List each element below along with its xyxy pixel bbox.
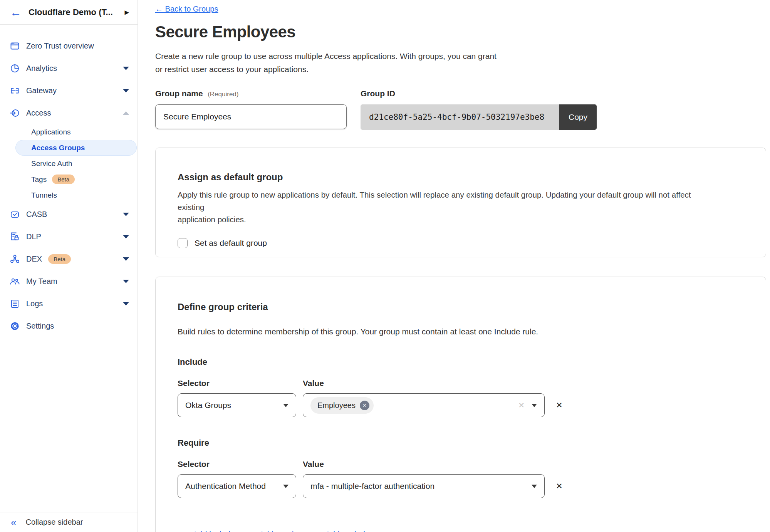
sidebar-item-label: Gateway (26, 86, 57, 95)
group-id-field-group: Group ID d21ce80f-5a25-4bcf-9b07-5032197… (361, 89, 597, 130)
criteria-card-title: Define group criteria (178, 302, 720, 312)
sidebar-subitem-access-groups[interactable]: Access Groups (15, 140, 137, 156)
require-selector-value: Authentication Method (185, 482, 266, 491)
beta-badge: Beta (48, 254, 71, 264)
main-content: ← Back to Groups Secure Employees Create… (138, 0, 770, 532)
add-include-link[interactable]: + Add include (186, 530, 235, 532)
chevron-down-icon (123, 89, 129, 92)
chevron-down-icon (123, 257, 129, 261)
group-name-input[interactable] (155, 104, 347, 129)
chevron-down-icon (283, 404, 289, 407)
require-heading: Require (178, 438, 720, 448)
network-nodes-icon (10, 254, 20, 264)
sidebar-item-access[interactable]: Access (0, 102, 138, 124)
required-hint: (Required) (208, 91, 238, 98)
chevron-down-icon (123, 235, 129, 238)
sidebar-item-logs[interactable]: Logs (0, 292, 138, 315)
sidebar-subitem-service-auth[interactable]: Service Auth (0, 156, 138, 171)
value-tag-label: Employees (317, 401, 356, 410)
require-selector-dropdown[interactable]: Authentication Method (178, 474, 296, 498)
group-name-field-group: Group name (Required) (155, 89, 347, 130)
value-tag-employees: Employees ✕ (310, 397, 374, 414)
sidebar-subitem-tags[interactable]: Tags Beta (0, 171, 138, 187)
default-group-checkbox-row: Set as default group (178, 238, 720, 248)
default-group-checkbox[interactable] (178, 238, 188, 248)
include-selector-value: Okta Groups (185, 401, 231, 410)
sidebar-item-label: CASB (26, 210, 47, 219)
sidebar-item-label: My Team (26, 277, 57, 286)
criteria-card-description: Build rules to determine membership of t… (178, 327, 720, 336)
collapse-sidebar-button[interactable]: « Collapse sidebar (0, 512, 138, 532)
chevron-up-icon (123, 111, 129, 115)
remove-require-rule-button[interactable]: ✕ (556, 482, 563, 491)
require-selector-label: Selector (178, 460, 303, 469)
sidebar-item-label: Settings (26, 322, 54, 331)
chevron-down-icon (123, 67, 129, 70)
pie-chart-icon (10, 63, 20, 74)
criteria-card: Define group criteria Build rules to det… (155, 277, 766, 532)
rule-actions-row: + Add include + Add require + Add exclud… (186, 530, 720, 532)
sidebar-item-label: Logs (26, 299, 43, 308)
chevron-down-icon (123, 302, 129, 305)
group-name-label: Group name (155, 89, 203, 98)
sidebar-subitem-applications[interactable]: Applications (0, 124, 138, 140)
sidebar-item-zero-trust-overview[interactable]: Zero Trust overview (0, 35, 138, 57)
sidebar-item-label: DEX (26, 255, 42, 263)
include-value-label: Value (303, 379, 324, 388)
include-labels-row: Selector Value (178, 379, 720, 388)
group-id-label: Group ID (361, 89, 597, 98)
require-value-text: mfa - multiple-factor authentication (310, 482, 434, 491)
sidebar-subitem-tunnels[interactable]: Tunnels (0, 187, 138, 203)
require-labels-row: Selector Value (178, 460, 720, 469)
sidebar-item-dlp[interactable]: DLP (0, 225, 138, 248)
sidebar-item-label: Analytics (26, 64, 57, 73)
sidebar-item-settings[interactable]: Settings (0, 315, 138, 337)
remove-include-rule-button[interactable]: ✕ (556, 401, 563, 410)
chevron-down-icon (123, 213, 129, 216)
add-require-link[interactable]: + Add require (253, 530, 301, 532)
page-title: Secure Employees (155, 23, 766, 41)
include-rule-row: Okta Groups Employees ✕ ✕ ✕ (178, 393, 720, 417)
default-group-card-description: Apply this rule group to new application… (178, 189, 720, 226)
sidebar-item-label: Service Auth (31, 159, 72, 168)
page-description: Create a new rule group to use across mu… (155, 50, 537, 76)
window-icon (10, 41, 20, 51)
collapse-chevrons-icon: « (11, 517, 16, 527)
sidebar-item-gateway[interactable]: Gateway (0, 79, 138, 102)
add-exclude-link[interactable]: + Add exclude (319, 530, 370, 532)
sidebar-item-label: Tunnels (31, 191, 57, 200)
gateway-icon (10, 86, 20, 96)
include-value-multiselect[interactable]: Employees ✕ ✕ (303, 393, 545, 417)
require-value-label: Value (303, 460, 324, 469)
access-login-icon (10, 108, 20, 118)
sidebar-item-casb[interactable]: CASB (0, 203, 138, 225)
tag-remove-icon[interactable]: ✕ (360, 401, 369, 410)
require-value-dropdown[interactable]: mfa - multiple-factor authentication (303, 474, 545, 498)
document-lock-icon (10, 232, 20, 242)
copy-button[interactable]: Copy (559, 104, 597, 130)
sidebar: ← Cloudflare Demo (T... ▶ Zero Trust ove… (0, 0, 138, 532)
casb-icon (10, 209, 20, 220)
include-selector-label: Selector (178, 379, 303, 388)
beta-badge: Beta (52, 175, 75, 184)
include-selector-dropdown[interactable]: Okta Groups (178, 393, 296, 417)
account-name: Cloudflare Demo (T... (29, 7, 117, 17)
chevron-down-icon (532, 485, 537, 488)
sidebar-item-dex[interactable]: DEX Beta (0, 248, 138, 270)
require-rule-row: Authentication Method mfa - multiple-fac… (178, 474, 720, 498)
chevron-down-icon (123, 280, 129, 283)
back-arrow-icon[interactable]: ← (10, 7, 22, 18)
back-to-groups-link[interactable]: ← Back to Groups (155, 5, 218, 13)
sidebar-item-my-team[interactable]: My Team (0, 270, 138, 292)
group-identity-row: Group name (Required) Group ID d21ce80f-… (155, 89, 766, 130)
group-id-value: d21ce80f-5a25-4bcf-9b07-5032197e3be8 (361, 104, 559, 130)
app-root: ← Cloudflare Demo (T... ▶ Zero Trust ove… (0, 0, 770, 532)
sidebar-item-analytics[interactable]: Analytics (0, 57, 138, 79)
default-group-checkbox-label: Set as default group (195, 238, 267, 248)
default-group-card: Assign as default group Apply this rule … (155, 148, 766, 257)
sidebar-item-label: Tags (31, 175, 47, 184)
sidebar-item-label: Applications (31, 128, 70, 136)
chevron-right-icon[interactable]: ▶ (124, 9, 129, 16)
clear-values-icon[interactable]: ✕ (518, 401, 525, 410)
default-group-card-title: Assign as default group (178, 172, 720, 183)
